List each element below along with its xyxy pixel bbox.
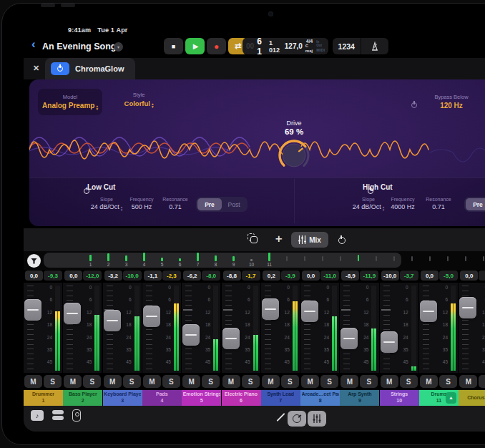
fader-cap[interactable] [64, 303, 81, 324]
mute-button[interactable]: M [24, 375, 42, 388]
peak-value[interactable]: -10,0 [123, 271, 142, 281]
plugin-tab[interactable]: ChromaGlow [45, 58, 135, 79]
fader-cap[interactable] [262, 298, 279, 320]
track-name-tile[interactable]: Bass Player2 [63, 390, 102, 406]
peak-value[interactable]: -3,9 [281, 271, 300, 281]
smart-controls-button[interactable] [288, 411, 306, 427]
fader-cap[interactable] [420, 301, 437, 322]
track-name-tile[interactable]: Strings10 [380, 390, 419, 406]
track-name-tile[interactable]: Chorus V [459, 390, 485, 406]
track-name-tile[interactable]: Emotion Strings5 [182, 390, 221, 406]
peak-value[interactable]: -11,9 [360, 271, 378, 281]
fader-cap[interactable] [459, 297, 476, 318]
browser-button[interactable] [52, 410, 64, 421]
fader-cap[interactable] [182, 324, 200, 346]
fader-value[interactable]: 0,0 [64, 271, 82, 281]
post-button[interactable]: Post [222, 198, 246, 210]
fader-cap[interactable] [143, 306, 160, 327]
fader-value[interactable]: -3,2 [104, 271, 122, 281]
drive-knob[interactable] [277, 138, 311, 172]
add-track-button[interactable]: ＋ [273, 232, 284, 245]
peak-value[interactable]: -1,7 [242, 271, 260, 281]
fader-value[interactable]: -8,9 [341, 271, 359, 281]
fader-cap[interactable] [301, 301, 318, 322]
solo-button[interactable]: S [123, 375, 141, 388]
solo-button[interactable]: S [360, 375, 378, 388]
fader-cap[interactable] [222, 328, 240, 349]
fader-value[interactable]: 0,0 [302, 271, 320, 281]
high-cut-resonance[interactable]: Resonance 0.71 [423, 197, 454, 210]
fader-value[interactable]: -10,0 [381, 271, 399, 281]
fader-value[interactable]: 0,0 [25, 271, 43, 281]
pre-button[interactable]: Pre [197, 198, 222, 210]
peak-value[interactable]: -2,3 [162, 271, 181, 281]
peak-value[interactable]: -11,0 [320, 271, 339, 281]
solo-button[interactable]: S [44, 375, 62, 388]
filter-button[interactable] [27, 254, 41, 268]
mix-view-button[interactable]: Mix [291, 232, 328, 248]
track-name-tile[interactable]: Arcade…eet Pad8 [300, 390, 340, 406]
solo-button[interactable]: S [439, 375, 457, 388]
fader-value[interactable]: 0,2 [263, 271, 280, 281]
fader-value[interactable]: -8,8 [223, 271, 241, 281]
stop-button[interactable]: ■ [164, 38, 183, 54]
style-selector[interactable]: Style Colorful▴▾ [111, 92, 167, 108]
solo-button[interactable]: S [281, 375, 299, 388]
fader-cap[interactable] [24, 299, 41, 321]
solo-button[interactable]: S [320, 375, 338, 388]
song-menu-button[interactable]: ▾ [114, 42, 123, 52]
peak-value[interactable] [479, 271, 485, 281]
solo-button[interactable]: S [479, 375, 485, 388]
mute-button[interactable]: M [459, 375, 477, 388]
low-cut-slope[interactable]: Slope 24 dB/Oct▴▾ [82, 197, 132, 211]
solo-button[interactable]: S [83, 375, 101, 388]
low-cut-resonance[interactable]: Resonance 0.71 [160, 197, 191, 210]
fader-value[interactable]: 0,0 [460, 271, 478, 281]
solo-button[interactable]: S [400, 375, 418, 388]
fader-value[interactable]: -1,1 [144, 271, 162, 281]
track-name-tile[interactable]: Synth Lead7 [261, 390, 300, 406]
loop-browser-button[interactable]: ♪ [31, 410, 44, 421]
mute-button[interactable]: M [104, 375, 122, 388]
overview-viewport[interactable] [44, 253, 401, 268]
track-name-tile[interactable]: Keyboard Player3 [103, 390, 142, 406]
fader-value[interactable]: 0,0 [421, 271, 439, 281]
solo-button[interactable]: S [162, 375, 180, 388]
mixer-power-icon[interactable] [338, 237, 346, 244]
collapse-stack-button[interactable]: ▲ [446, 392, 456, 404]
plugin-power-button[interactable] [51, 62, 69, 75]
mute-button[interactable]: M [381, 375, 398, 388]
fader-cap[interactable] [341, 328, 358, 349]
bypass-power-icon[interactable] [411, 102, 417, 108]
pre-button[interactable]: Pre [466, 198, 485, 210]
track-name-tile[interactable]: Drums11▲ [419, 390, 459, 406]
peak-value[interactable]: -12,0 [83, 271, 102, 281]
mute-button[interactable]: M [64, 375, 82, 388]
song-title[interactable]: An Evening Song [42, 42, 116, 52]
back-chevron-icon[interactable]: ‹ [31, 38, 36, 50]
mute-button[interactable]: M [143, 375, 161, 388]
track-name-tile[interactable]: Drummer1 [24, 390, 63, 406]
high-cut-frequency[interactable]: Frequency 4000 Hz [384, 197, 421, 210]
play-button[interactable]: ▶ [185, 38, 205, 54]
controls-button[interactable] [72, 409, 81, 422]
bypass-below-control[interactable]: Bypass Below 120 Hz [424, 94, 479, 109]
mute-button[interactable]: M [262, 375, 280, 388]
fader-cap[interactable] [381, 331, 398, 353]
track-name-tile[interactable]: Electric Piano6 [222, 390, 261, 406]
lcd-display[interactable]: 00 6 1 1 012 127,0 4/4 C maj In Out MIDI [242, 38, 328, 54]
peak-value[interactable]: -8,0 [202, 271, 220, 281]
mixer-view-button[interactable] [308, 411, 326, 427]
peak-value[interactable]: -3,7 [400, 271, 418, 281]
mute-button[interactable]: M [420, 375, 438, 388]
copy-settings-button[interactable] [248, 233, 259, 245]
model-selector[interactable]: Model Analog Preamp▴▾ [38, 89, 102, 115]
track-name-tile[interactable]: Pads4 [142, 390, 182, 406]
solo-button[interactable]: S [202, 375, 220, 388]
mute-button[interactable]: M [182, 375, 200, 388]
metronome-button[interactable] [361, 42, 389, 52]
peak-value[interactable]: -9,3 [44, 271, 62, 281]
solo-button[interactable]: S [242, 375, 260, 388]
fader-cap[interactable] [104, 310, 121, 331]
track-name-tile[interactable]: Arp Synth9 [340, 390, 379, 406]
